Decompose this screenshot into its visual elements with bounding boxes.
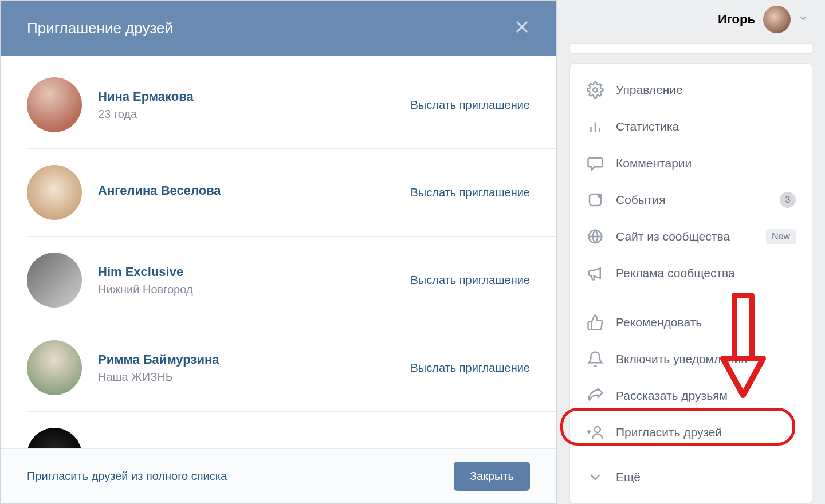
menu-item-label: Рассказать друзьям	[616, 389, 796, 403]
menu-item-label: События	[616, 193, 768, 207]
menu-item-stats[interactable]: Статистика	[570, 108, 812, 145]
menu-item-label: Статистика	[616, 120, 796, 133]
send-invite-link[interactable]: Выслать приглашение	[411, 99, 531, 112]
invite-friends-modal: Приглашение друзей Нина Ермакова 23 года…	[0, 0, 557, 504]
chev-icon	[586, 468, 604, 486]
menu-item-bell-sq[interactable]: События3	[570, 182, 812, 218]
gear-icon	[586, 81, 604, 99]
menu-item-comment[interactable]: Комментарии	[570, 145, 812, 182]
megaphone-icon	[586, 264, 604, 282]
bell-sq-icon	[586, 191, 604, 209]
friend-name[interactable]: Him Exclusive	[98, 265, 411, 279]
modal-footer: Пригласить друзей из полного списка Закр…	[1, 448, 556, 503]
card-stub	[569, 43, 812, 54]
avatar[interactable]	[27, 253, 82, 308]
new-badge: New	[766, 229, 796, 244]
friend-info: Him Exclusive Нижний Новгород	[98, 265, 411, 296]
account-bar[interactable]: Игорь	[569, 6, 812, 34]
svg-point-2	[593, 88, 598, 92]
avatar[interactable]	[27, 340, 82, 395]
friend-subtitle: 23 года	[98, 108, 411, 121]
friend-row: Римма Баймурзина Наша ЖИЗНЬ Выслать приг…	[27, 324, 556, 412]
friend-subtitle: Наша ЖИЗНЬ	[98, 371, 411, 384]
friend-name[interactable]: Нина Ермакова	[98, 89, 411, 104]
menu-item-label: Комментарии	[616, 156, 796, 170]
menu-item-gear[interactable]: Управление	[570, 72, 812, 108]
avatar[interactable]	[27, 77, 82, 132]
menu-item-label: Пригласить друзей	[616, 426, 796, 439]
chevron-down-icon[interactable]	[799, 14, 808, 26]
send-invite-link[interactable]: Выслать приглашение	[411, 186, 531, 199]
bell-icon	[586, 350, 604, 368]
globe-icon	[586, 227, 604, 246]
close-button[interactable]: Закрыть	[454, 462, 530, 491]
menu-item-megaphone[interactable]: Реклама сообщества	[570, 255, 812, 292]
friend-info: Ангелина Веселова	[98, 183, 411, 202]
share-icon	[586, 387, 604, 405]
send-invite-link[interactable]: Выслать приглашение	[411, 274, 531, 287]
friend-row: Him Exclusive Нижний Новгород Выслать пр…	[27, 237, 556, 324]
menu-item-chev[interactable]: Ещё	[570, 459, 812, 495]
svg-point-7	[598, 194, 602, 198]
menu-item-label: Рекомендовать	[616, 316, 796, 329]
friend-info: Нина Ермакова 23 года	[98, 89, 411, 121]
stats-icon	[586, 117, 604, 136]
modal-title: Приглашение друзей	[27, 19, 173, 37]
invite-from-full-list-link[interactable]: Пригласить друзей из полного списка	[27, 470, 227, 483]
menu-item-label: Включить уведомления	[616, 352, 796, 366]
community-menu: УправлениеСтатистикаКомментарииСобытия3С…	[569, 63, 812, 504]
menu-item-thumb[interactable]: Рекомендовать	[570, 304, 812, 341]
friend-name[interactable]: Римма Баймурзина	[98, 352, 411, 367]
menu-item-globe[interactable]: Сайт из сообществаNew	[570, 218, 812, 255]
friend-row: Нина Ермакова 23 года Выслать приглашени…	[27, 56, 556, 149]
friends-list[interactable]: Нина Ермакова 23 года Выслать приглашени…	[1, 56, 556, 448]
menu-item-label: Ещё	[616, 470, 796, 484]
avatar[interactable]	[27, 165, 82, 220]
friend-name[interactable]: Ангелина Веселова	[98, 183, 411, 198]
right-sidebar: Игорь УправлениеСтатистикаКомментарииСоб…	[557, 0, 825, 504]
comment-icon	[586, 154, 604, 172]
avatar[interactable]	[27, 428, 82, 448]
thumb-icon	[586, 313, 604, 332]
friend-info: Римма Баймурзина Наша ЖИЗНЬ	[98, 352, 411, 384]
account-name: Игорь	[718, 12, 755, 27]
modal-header: Приглашение друзей	[1, 1, 556, 56]
menu-item-bell[interactable]: Включить уведомления	[570, 341, 812, 377]
count-badge: 3	[780, 192, 796, 208]
send-invite-link[interactable]: Выслать приглашение	[411, 361, 531, 375]
menu-item-share[interactable]: Рассказать друзьям	[570, 377, 812, 414]
account-avatar[interactable]	[763, 6, 791, 33]
menu-item-label: Управление	[616, 83, 796, 97]
add-user-icon	[586, 423, 604, 442]
close-icon[interactable]	[514, 17, 530, 40]
friend-subtitle: Нижний Новгород	[98, 283, 411, 296]
friend-row: Алексей Алексеевич Выслать приглашение	[27, 412, 556, 448]
menu-item-label: Сайт из сообщества	[616, 230, 755, 243]
menu-item-add-user[interactable]: Пригласить друзей	[570, 414, 812, 451]
friend-row: Ангелина Веселова Выслать приглашение	[27, 149, 556, 237]
menu-item-label: Реклама сообщества	[616, 266, 796, 280]
svg-point-10	[595, 427, 600, 432]
